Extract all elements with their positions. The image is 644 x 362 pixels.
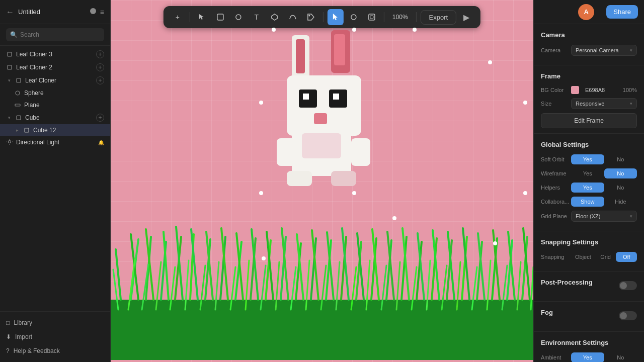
library-button[interactable]: □ Library	[0, 316, 110, 330]
tag-tool-button[interactable]	[303, 9, 319, 25]
sidebar-actions: ≡	[90, 8, 104, 16]
wireframe-no-button[interactable]: No	[604, 168, 637, 178]
bg-color-swatch-row: E698A8 100%	[571, 86, 637, 94]
selection-handle[interactable]	[272, 28, 276, 32]
soft-orbit-label: Soft Orbit	[541, 156, 571, 162]
menu-button[interactable]: ≡	[100, 8, 104, 16]
selection-handle[interactable]	[259, 101, 263, 105]
helpers-no-button[interactable]: No	[604, 183, 637, 193]
viewport[interactable]: /* grass rendered below */	[111, 0, 533, 362]
add-child-button[interactable]: +	[96, 114, 104, 122]
text-tool-button[interactable]: T	[249, 9, 265, 25]
camera-section: Camera Camera Personal Camera ▾	[534, 24, 644, 65]
tree-item-cube-12[interactable]: ▸ Cube 12	[0, 124, 110, 136]
tree-item-leaf-cloner-2[interactable]: Leaf Cloner 2 +	[0, 61, 110, 74]
helpers-yes-button[interactable]: Yes	[571, 183, 604, 193]
tree-item-sphere[interactable]: Sphere	[0, 87, 110, 99]
zoom-level: 100%	[388, 14, 412, 21]
user-avatar: A	[578, 4, 594, 20]
scene-3d: /* grass rendered below */	[111, 0, 533, 362]
help-label: Help & Feedback	[14, 347, 60, 354]
frame-section: Frame BG Color E698A8 100% Size Responsi…	[534, 65, 644, 134]
tree-item-leaf-cloner-3[interactable]: Leaf Cloner 3 +	[0, 48, 110, 61]
minimize-button[interactable]	[90, 8, 96, 14]
toolbar-divider	[416, 12, 417, 22]
camera-label: Camera	[541, 47, 571, 53]
add-child-button[interactable]: +	[96, 63, 104, 71]
share-button[interactable]: Share	[606, 5, 638, 19]
svg-rect-21	[314, 113, 327, 124]
collaborators-hide-button[interactable]: Hide	[604, 197, 637, 207]
expand-icon: ▾	[6, 115, 12, 121]
selection-handle[interactable]	[262, 256, 266, 260]
wireframe-row: Wireframe Yes No	[541, 168, 637, 178]
snapping-off-button[interactable]: Off	[616, 252, 637, 262]
add-tool-button[interactable]: +	[170, 9, 186, 25]
pointer-tool-button[interactable]	[328, 9, 344, 25]
play-button[interactable]: ▶	[458, 9, 474, 25]
selection-handle[interactable]	[352, 191, 356, 195]
camera-select[interactable]: Personal Camera ▾	[571, 45, 637, 56]
helpers-toggle: Yes No	[571, 183, 637, 193]
toolbar-divider	[323, 12, 324, 22]
add-child-button[interactable]: +	[96, 50, 104, 58]
snapping-grid-button[interactable]: Grid	[595, 252, 616, 262]
import-button[interactable]: ⬇ Import	[0, 330, 110, 344]
svg-rect-121	[370, 16, 373, 19]
selection-handle[interactable]	[352, 28, 356, 32]
bezier-tool-button[interactable]	[285, 9, 301, 25]
edit-frame-button[interactable]: Edit Frame	[541, 113, 637, 128]
rect-tool-button[interactable]	[212, 9, 228, 25]
grid-plane-row: Grid Plane Floor (XZ) ▾	[541, 211, 637, 222]
bg-color-row: BG Color E698A8 100%	[541, 86, 637, 94]
snapping-section-title: Snapping Settings	[541, 238, 637, 246]
back-button[interactable]: ←	[6, 8, 14, 17]
soft-orbit-no-button[interactable]: No	[604, 154, 637, 164]
shape-tool-button[interactable]	[267, 9, 283, 25]
selection-handle[interactable]	[493, 241, 497, 245]
post-processing-row: Post-Processing	[541, 279, 637, 292]
tree-item-plane[interactable]: Plane	[0, 99, 110, 111]
size-select[interactable]: Responsive ▾	[571, 98, 637, 109]
post-processing-toggle[interactable]	[619, 281, 637, 290]
wireframe-yes-button[interactable]: Yes	[571, 168, 604, 178]
selection-handle[interactable]	[259, 191, 263, 195]
tree-item-cube[interactable]: ▾ Cube +	[0, 111, 110, 124]
collaborators-show-button[interactable]: Show	[571, 197, 604, 207]
help-button[interactable]: ? Help & Feedback	[0, 344, 110, 358]
tree-item-directional-light[interactable]: Directional Light 🔔	[0, 136, 110, 148]
svg-rect-27	[302, 133, 341, 158]
add-child-button[interactable]: +	[96, 76, 104, 84]
select-tool-button[interactable]	[194, 9, 210, 25]
camera-section-title: Camera	[541, 31, 637, 39]
ambient-yes-button[interactable]: Yes	[571, 352, 604, 362]
selection-handle[interactable]	[392, 216, 396, 220]
bg-color-swatch[interactable]	[571, 86, 579, 94]
selection-handle[interactable]	[523, 191, 527, 195]
fog-toggle[interactable]	[619, 311, 637, 320]
soft-orbit-yes-button[interactable]: Yes	[571, 154, 604, 164]
ambient-no-button[interactable]: No	[604, 352, 637, 362]
comment-tool-button[interactable]	[346, 9, 362, 25]
ambient-label: Ambient	[541, 354, 571, 360]
grid-plane-select[interactable]: Floor (XZ) ▾	[571, 211, 637, 222]
tree-item-leaf-cloner[interactable]: ▾ Leaf Cloner +	[0, 74, 110, 87]
frame-tool-button[interactable]	[364, 9, 380, 25]
environment-title: Environment Settings	[541, 339, 637, 346]
lock-icon: 🔔	[98, 140, 104, 145]
size-value: Responsive	[576, 101, 604, 107]
svg-marker-113	[199, 14, 204, 20]
snapping-section: Snapping Settings Snapping Object Grid O…	[534, 231, 644, 272]
svg-point-7	[9, 141, 11, 143]
help-icon: ?	[6, 347, 10, 354]
export-button[interactable]: Export	[421, 10, 457, 25]
snapping-object-button[interactable]: Object	[571, 252, 595, 262]
selection-handle[interactable]	[523, 101, 527, 105]
circle-tool-button[interactable]	[230, 9, 247, 25]
svg-rect-28	[111, 300, 533, 360]
selection-handle[interactable]	[488, 60, 492, 64]
svg-rect-5	[17, 116, 21, 120]
wireframe-label: Wireframe	[541, 170, 571, 176]
search-input[interactable]	[6, 28, 104, 41]
selection-handle[interactable]	[413, 28, 417, 32]
